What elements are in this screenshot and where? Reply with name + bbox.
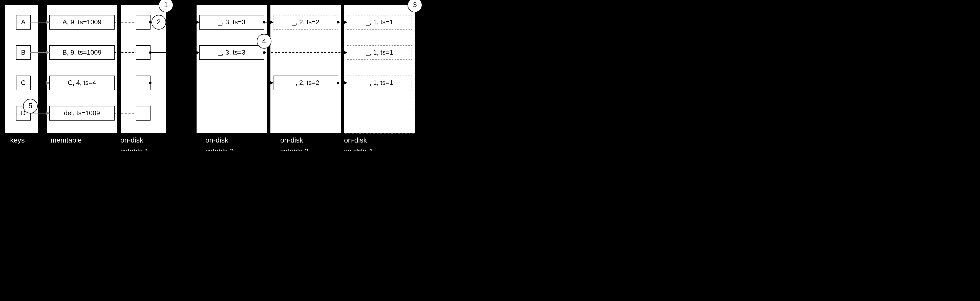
caption-sst4-line1: sstable 4 bbox=[344, 147, 372, 150]
connector-dot bbox=[337, 82, 339, 84]
cell-sst1-row3 bbox=[136, 106, 150, 120]
cell-label-sst4-row1: _, 1, ts=1 bbox=[366, 49, 393, 56]
cell-label-keys-row2: C bbox=[21, 79, 26, 86]
badge-2-label: 2 bbox=[157, 18, 161, 26]
caption-sst1-line1: sstable 1 bbox=[121, 147, 149, 150]
connector-dot bbox=[263, 51, 266, 54]
caption-sst3-line1: sstable 3 bbox=[280, 147, 309, 150]
cell-label-sst4-row2: _, 1, ts=1 bbox=[366, 79, 393, 86]
cell-label-memtable-row0: A, 9, ts=1009 bbox=[62, 18, 102, 26]
cell-label-memtable-row2: C, 4, ts=4 bbox=[68, 79, 96, 86]
cell-label-sst2-row1: _, 3, ts=3 bbox=[218, 49, 245, 56]
lsm-diagram: AA, 9, ts=1009_, 3, ts=3_, 2, ts=2_, 1, … bbox=[0, 0, 490, 150]
cell-label-sst2-row0: _, 3, ts=3 bbox=[218, 18, 245, 26]
cell-sst1-row0 bbox=[136, 15, 150, 29]
cell-label-keys-row1: B bbox=[21, 49, 25, 56]
cell-label-sst3-row0: _, 2, ts=2 bbox=[292, 18, 319, 26]
caption-sst1-line0: on-disk bbox=[121, 136, 143, 144]
cell-label-keys-row0: A bbox=[21, 18, 25, 26]
caption-sst2-line0: on-disk bbox=[205, 136, 228, 144]
connector-dot bbox=[263, 21, 266, 24]
connector-dot bbox=[149, 82, 151, 84]
cell-label-memtable-row3: del, ts=1009 bbox=[64, 109, 100, 117]
caption-sst4-line0: on-disk bbox=[344, 136, 367, 144]
badge-4-label: 4 bbox=[262, 37, 266, 45]
connector-dot bbox=[337, 21, 339, 24]
cell-sst1-row1 bbox=[136, 46, 150, 60]
connector-dot bbox=[149, 51, 151, 54]
badge-3-label: 3 bbox=[413, 1, 417, 9]
caption-memtable-line0: memtable bbox=[51, 136, 82, 144]
connector-dot bbox=[149, 21, 151, 24]
cell-label-sst4-row0: _, 1, ts=1 bbox=[366, 18, 393, 26]
cell-sst1-row2 bbox=[136, 76, 150, 90]
badge-1-label: 1 bbox=[164, 1, 168, 9]
caption-sst3-line0: on-disk bbox=[280, 136, 303, 144]
badge-5-label: 5 bbox=[28, 102, 32, 110]
cell-label-sst3-row2: _, 2, ts=2 bbox=[292, 79, 319, 86]
caption-keys-line0: keys bbox=[10, 136, 25, 144]
cell-label-memtable-row1: B, 9, ts=1009 bbox=[62, 49, 102, 56]
caption-sst2-line1: sstable 2 bbox=[205, 147, 234, 150]
